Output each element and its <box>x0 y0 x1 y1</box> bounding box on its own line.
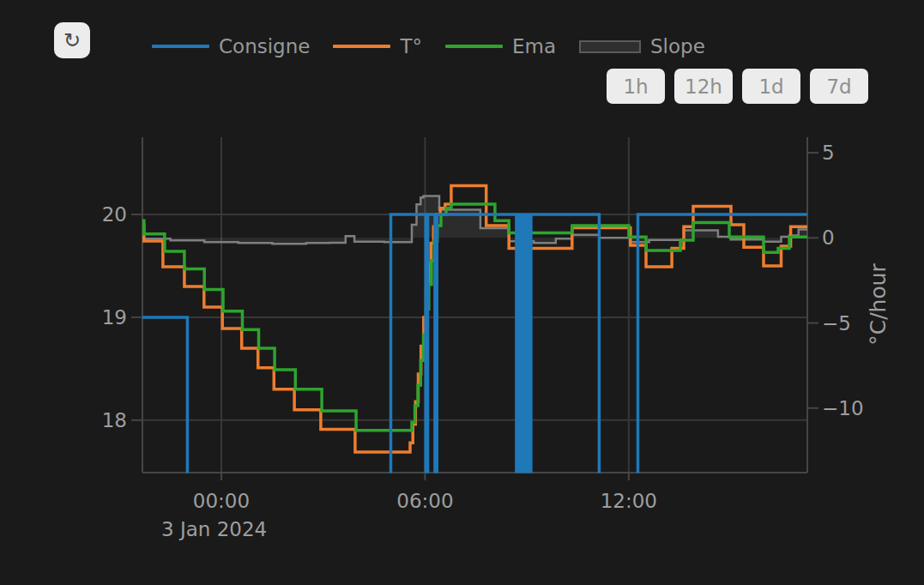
x-axis-tick-label: 06:00 <box>396 490 453 512</box>
left-axis-tick-label: 20 <box>102 203 127 226</box>
left-axis-tick-label: 19 <box>102 306 127 329</box>
chart-panel: ↻ Consigne T° Ema Slope 1h 12h 1d 7d 201… <box>0 0 924 585</box>
right-axis-tick-label: −5 <box>822 312 851 335</box>
right-axis-title: °C/hour <box>866 262 891 345</box>
series-consigne-line <box>142 214 807 523</box>
time-series-chart[interactable]: 20191850−5−1000:0006:0012:003 Jan 2024°C… <box>0 0 924 585</box>
right-axis-tick-label: 0 <box>822 226 835 249</box>
x-axis-date-label: 3 Jan 2024 <box>161 518 267 540</box>
right-axis-tick-label: −10 <box>822 397 864 419</box>
x-axis-tick-label: 00:00 <box>193 490 250 512</box>
x-axis-tick-label: 12:00 <box>601 490 657 512</box>
right-axis-tick-label: 5 <box>822 142 835 164</box>
left-axis-tick-label: 18 <box>102 409 127 431</box>
